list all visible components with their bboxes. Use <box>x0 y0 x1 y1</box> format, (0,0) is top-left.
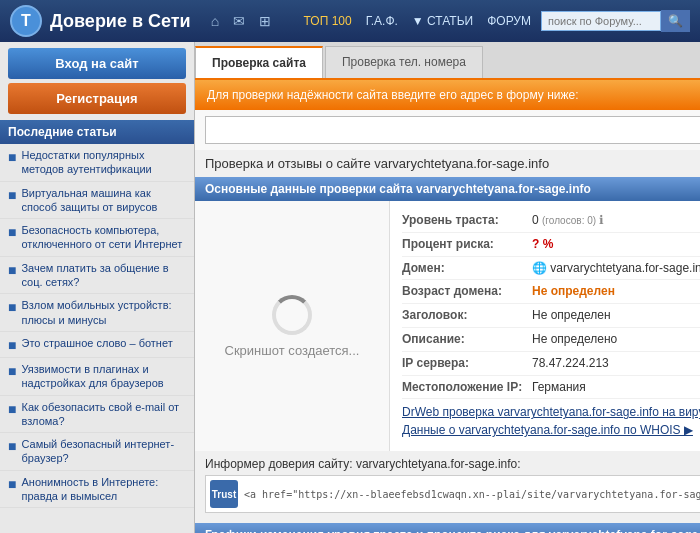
detail-row-domain: Домен: 🌐 varvarychtetyana.for-sage.info <box>402 257 700 281</box>
bullet-icon: ■ <box>8 438 16 454</box>
search-input[interactable] <box>541 11 661 31</box>
trust-level-value: 0 (голосов: 0) ℹ <box>532 212 604 229</box>
article-link[interactable]: Анонимность в Интернете: правда и вымысе… <box>21 475 186 504</box>
list-item: ■ Как обезопасить свой e-mail от взлома? <box>0 396 194 434</box>
mail-icon[interactable]: ✉ <box>233 13 245 29</box>
logo-icon: Т <box>10 5 42 37</box>
article-link[interactable]: Зачем платить за общение в соц. сетях? <box>21 261 186 290</box>
trust-level-label: Уровень траста: <box>402 212 532 229</box>
nav-forum[interactable]: ФОРУМ <box>487 14 531 28</box>
article-link[interactable]: Безопасность компьютера, отключенного от… <box>21 223 186 252</box>
main-layout: Вход на сайт Регистрация Последние стать… <box>0 42 700 533</box>
logo: Т Доверие в Сети <box>10 5 191 37</box>
article-link[interactable]: Виртуальная машина как способ защиты от … <box>21 186 186 215</box>
ip-label: IP сервера: <box>402 355 532 372</box>
list-item: ■ Виртуальная машина как способ защиты о… <box>0 182 194 220</box>
risk-percent-label: Процент риска: <box>402 236 532 253</box>
tab-check-site[interactable]: Проверка сайта <box>195 46 323 78</box>
description-value: Не определено <box>532 331 617 348</box>
site-title-label: Заголовок: <box>402 307 532 324</box>
ip-value: 78.47.224.213 <box>532 355 609 372</box>
site-details-top: Уровень траста: 0 (голосов: 0) ℹ Процент… <box>402 209 700 443</box>
screenshot-area: Скриншот создается... <box>195 201 390 451</box>
url-input-area: ПРОВЕРКА САЙТА <box>195 110 700 150</box>
search-button[interactable]: 🔍 <box>661 10 690 32</box>
article-link[interactable]: Это страшное слово – ботнет <box>21 336 172 350</box>
bullet-icon: ■ <box>8 262 16 278</box>
drweb-link-row: DrWeb проверка varvarychtetyana.for-sage… <box>402 399 700 443</box>
nav-top100[interactable]: ТОП 100 <box>304 14 352 28</box>
article-link[interactable]: Самый безопасный интернет-браузер? <box>21 437 186 466</box>
sidebar-articles-title: Последние статьи <box>0 120 194 144</box>
sidebar: Вход на сайт Регистрация Последние стать… <box>0 42 195 533</box>
detail-row-trust: Уровень траста: 0 (голосов: 0) ℹ <box>402 209 700 233</box>
bullet-icon: ■ <box>8 224 16 240</box>
home-icon[interactable]: ⌂ <box>211 13 219 29</box>
list-item: ■ Безопасность компьютера, отключенного … <box>0 219 194 257</box>
bullet-icon: ■ <box>8 401 16 417</box>
register-button[interactable]: Регистрация <box>8 83 186 114</box>
content-area: Проверка сайта Проверка тел. номера Для … <box>195 42 700 533</box>
detail-row-desc: Описание: Не определено <box>402 328 700 352</box>
grid-icon[interactable]: ⊞ <box>259 13 271 29</box>
result-title: Проверка и отзывы о сайте varvarychtetya… <box>195 150 700 177</box>
nav-links: ТОП 100 Г.А.Ф. ▼ СТАТЬИ ФОРУМ <box>304 14 531 28</box>
description-label: Описание: <box>402 331 532 348</box>
domain-label: Домен: <box>402 260 532 277</box>
domain-value: 🌐 varvarychtetyana.for-sage.info <box>532 260 700 277</box>
info-box: Для проверки надёжности сайта введите ег… <box>195 80 700 110</box>
detail-row-ip: IP сервера: 78.47.224.213 <box>402 352 700 376</box>
nav-faq[interactable]: Г.А.Ф. <box>366 14 398 28</box>
nav-icons: ⌂ ✉ ⊞ <box>211 13 271 29</box>
site-title: Доверие в Сети <box>50 11 191 32</box>
tabs-bar: Проверка сайта Проверка тел. номера <box>195 42 700 80</box>
location-label: Местоположение IP: <box>402 379 532 396</box>
loading-spinner <box>272 295 312 335</box>
nav-articles[interactable]: ▼ СТАТЬИ <box>412 14 473 28</box>
whois-link[interactable]: Данные о varvarychtetyana.for-sage.info … <box>402 421 700 439</box>
graph-section: Графики изменения уровня траста и процен… <box>195 523 700 533</box>
list-item: ■ Уязвимости в плагинах и надстройках дл… <box>0 358 194 396</box>
screenshot-text: Скриншот создается... <box>225 343 360 358</box>
list-item: ■ Это страшное слово – ботнет <box>0 332 194 358</box>
domain-age-value: Не определен <box>532 283 615 300</box>
site-title-value: Не определен <box>532 307 611 324</box>
list-item: ■ Взлом мобильных устройств: плюсы и мин… <box>0 294 194 332</box>
detail-row-title: Заголовок: Не определен <box>402 304 700 328</box>
list-item: ■ Зачем платить за общение в соц. сетях? <box>0 257 194 295</box>
info-box-text: Для проверки надёжности сайта введите ег… <box>207 88 579 102</box>
informer-code: <a href="https://xn--blaeefebsd1cwaqn.xn… <box>244 489 700 500</box>
article-link[interactable]: Как обезопасить свой e-mail от взлома? <box>21 400 186 429</box>
tab-check-phone[interactable]: Проверка тел. номера <box>325 46 483 78</box>
header: Т Доверие в Сети ⌂ ✉ ⊞ ТОП 100 Г.А.Ф. ▼ … <box>0 0 700 42</box>
article-link[interactable]: Взлом мобильных устройств: плюсы и минус… <box>21 298 186 327</box>
informer-section: Информер доверия сайту: varvarychtetyana… <box>195 451 700 519</box>
article-link[interactable]: Уязвимости в плагинах и надстройках для … <box>21 362 186 391</box>
list-item: ■ Самый безопасный интернет-браузер? <box>0 433 194 471</box>
list-item: ■ Недостатки популярных методов аутентиф… <box>0 144 194 182</box>
domain-age-label: Возраст домена: <box>402 283 532 300</box>
login-button[interactable]: Вход на сайт <box>8 48 186 79</box>
detail-row-age: Возраст домена: Не определен <box>402 280 700 304</box>
bullet-icon: ■ <box>8 299 16 315</box>
article-link[interactable]: Недостатки популярных методов аутентифик… <box>21 148 186 177</box>
search-box: 🔍 <box>541 10 690 32</box>
section-header: Основные данные проверки сайта varvarych… <box>195 177 700 201</box>
result-title-text: Проверка и отзывы о сайте varvarychtetya… <box>205 156 549 171</box>
detail-row-location: Местоположение IP: Германия <box>402 376 700 400</box>
informer-title: Информер доверия сайту: varvarychtetyana… <box>205 457 700 471</box>
graph-header: Графики изменения уровня траста и процен… <box>195 523 700 533</box>
detail-row-risk: Процент риска: ? % <box>402 233 700 257</box>
drweb-link[interactable]: DrWeb проверка varvarychtetyana.for-sage… <box>402 403 700 421</box>
risk-percent-value: ? % <box>532 236 553 253</box>
informer-box: Trust <a href="https://xn--blaeefebsd1cw… <box>205 475 700 513</box>
bullet-icon: ■ <box>8 337 16 353</box>
location-value: Германия <box>532 379 586 396</box>
list-item: ■ Анонимность в Интернете: правда и вымы… <box>0 471 194 509</box>
bullet-icon: ■ <box>8 363 16 379</box>
site-details: Уровень траста: 0 (голосов: 0) ℹ Процент… <box>390 201 700 451</box>
url-input[interactable] <box>205 116 700 144</box>
screenshot-placeholder: Скриншот создается... <box>225 295 360 358</box>
informer-icon: Trust <box>210 480 238 508</box>
site-details-main: Уровень траста: 0 (голосов: 0) ℹ Процент… <box>402 209 700 443</box>
